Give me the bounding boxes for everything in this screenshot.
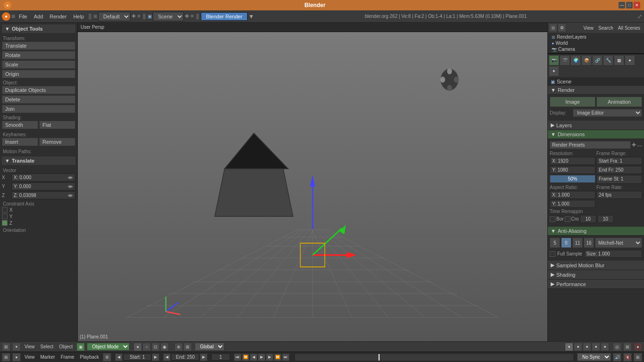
viewport[interactable]: User Persp [78,23,547,341]
x-value-field[interactable]: X: 0.000 ◀▶ [11,173,75,181]
axis-z-checkbox[interactable] [2,220,8,226]
add-layout-icon[interactable]: ✚ [132,13,136,19]
props-modifier-tab[interactable]: 🔧 [603,55,613,66]
y-asp-field[interactable]: Y: 1.000 [550,200,595,208]
end-fra-field[interactable]: End Fr: 250 [596,166,642,174]
select-menu-btn[interactable]: Select [39,344,56,350]
cro-checkbox[interactable] [565,216,570,222]
close-layout-icon[interactable]: ✕ [137,13,141,19]
timeline-extra-btn[interactable]: ⊞ [634,353,642,362]
props-scene-tab[interactable]: 🎬 [560,55,570,66]
props-constraint-tab[interactable]: 🔗 [592,55,603,66]
y-res-field[interactable]: Y: 1080 [550,166,595,174]
origin-button[interactable]: Origin [2,70,75,78]
play-btn[interactable]: ▶ [258,354,265,361]
aa-filter-select[interactable]: Mitchell-Net [595,238,642,248]
engine-selector[interactable]: Blender Render [201,12,248,21]
timeline-playback-btn[interactable]: Playback [78,354,101,360]
outliner-icon-tab[interactable]: ⊡ [549,24,557,32]
end-field[interactable]: End: 250 [171,354,199,361]
prev-keyframe-btn[interactable]: ⏪ [242,354,249,361]
view-label[interactable]: View [582,25,596,31]
proportional-btn[interactable]: ◎ [613,343,621,351]
close-scene-icon[interactable]: ✕ [190,13,194,19]
layer1-btn[interactable]: ■ [565,343,573,351]
aa-5-button[interactable]: 5 [550,238,560,248]
jump-start-btn[interactable]: ⏮ [234,354,241,361]
remap1-field[interactable]: 10 [580,215,596,223]
next-frame-btn[interactable]: ▶ [266,354,273,361]
timeline-view-btn[interactable]: View [23,354,37,360]
scale-button[interactable]: Scale [2,60,75,69]
solid-shading-btn[interactable]: ● [133,343,142,351]
engine-settings-icon[interactable]: ▼ [248,13,254,20]
material-shading-btn[interactable]: ◉ [160,343,169,351]
next-keyframe-btn[interactable]: ⏩ [274,354,281,361]
motion-blur-section-header[interactable]: ▶ Sampled Motion Blur [548,261,644,270]
full-sample-checkbox[interactable] [550,251,555,257]
duplicate-button[interactable]: Duplicate Objects [2,86,75,94]
render-presets-select[interactable]: Render Presets [550,141,631,149]
layer3-btn[interactable]: ■ [583,343,591,351]
image-render-button[interactable]: Image [550,97,595,107]
layer4-btn[interactable]: ■ [592,343,600,351]
join-button[interactable]: Join [2,105,75,113]
timeline-bar[interactable] [295,354,573,361]
smooth-button[interactable]: Smooth [2,121,38,129]
z-value-field[interactable]: Z: 0.03098 ◀▶ [11,191,75,199]
props-world-tab[interactable]: 🌍 [570,55,581,66]
render-layers-item[interactable]: ⊞ RenderLayers [550,34,642,40]
fps-field[interactable]: 24 fps [596,191,642,199]
jump-end-btn[interactable]: ⏭ [282,354,289,361]
menu-file[interactable]: File [16,13,30,20]
maximize-button[interactable]: □ [626,2,633,8]
outliner-settings-tab[interactable]: ⚙ [558,24,566,32]
viewport-canvas[interactable]: (1) Plane.001 [78,32,547,341]
axis-y-checkbox[interactable] [2,214,8,219]
all-scenes-label[interactable]: All Scenes [616,25,642,31]
remove-button[interactable]: Remove [39,138,75,146]
dimensions-section-header[interactable]: ▼ Dimensions [548,130,644,139]
sync-select[interactable]: No Sync [577,353,611,361]
delete-button[interactable]: Delete [2,95,75,104]
y-value-field[interactable]: Y: 0.000 ◀▶ [11,182,75,190]
bor-checkbox[interactable] [550,216,555,222]
start-fra-field[interactable]: Start Fra: 1 [596,157,642,165]
timeline-marker-btn[interactable]: Marker [39,354,57,360]
prev-frame-btn[interactable]: ◀ [250,354,257,361]
view-menu-btn[interactable]: View [23,344,37,350]
prev-end-btn[interactable]: ◀ [163,354,171,361]
audio-btn[interactable]: 🔊 [613,353,621,362]
search-label[interactable]: Search [596,25,615,31]
menu-help[interactable]: Help [70,13,87,20]
transform-orientation-select[interactable]: Global [195,343,224,351]
world-item[interactable]: ● World [550,40,642,46]
aa-11-button[interactable]: 11 [572,238,583,248]
close-button[interactable]: ✕ [634,2,640,8]
animation-render-button[interactable]: Animation [596,97,642,107]
percent-field[interactable]: 50% [550,175,595,183]
timeline-settings-icon[interactable]: ⚙ [103,353,111,362]
next-end-btn[interactable]: ▶ [200,354,207,361]
wireframe-shading-btn[interactable]: ○ [142,343,151,351]
current-frame-field[interactable]: 1 [211,354,230,361]
fullscreen-icon[interactable]: ⤢ [637,13,642,20]
object-mode-select[interactable]: Object Mode [87,343,130,351]
size-field[interactable]: Size: 1.000 [584,250,642,258]
snap2-btn[interactable]: ⊞ [623,343,632,351]
layer2-btn[interactable]: ■ [574,343,582,351]
layer5-btn[interactable]: ■ [601,343,609,351]
timeline-settings-btn[interactable]: ● [12,353,21,362]
remap2-field[interactable]: 10 [597,215,614,223]
start-field[interactable]: Start: 1 [123,354,151,361]
props-render-tab[interactable]: 📷 [549,55,559,66]
props-object-tab[interactable]: 📦 [581,55,592,66]
pivot-btn[interactable]: ⊕ [174,343,183,351]
panel-collapse-icon[interactable]: ▼ [5,26,10,32]
texture-shading-btn[interactable]: ⊡ [151,343,160,351]
props-data-tab[interactable]: ▦ [614,55,624,66]
aa-section-header[interactable]: ▼ Anti-Aliasing [548,227,644,236]
translate-button[interactable]: Translate [2,41,75,50]
display-select[interactable]: Image Editor [573,109,642,117]
add-preset-icon[interactable]: ✚ [632,142,636,148]
